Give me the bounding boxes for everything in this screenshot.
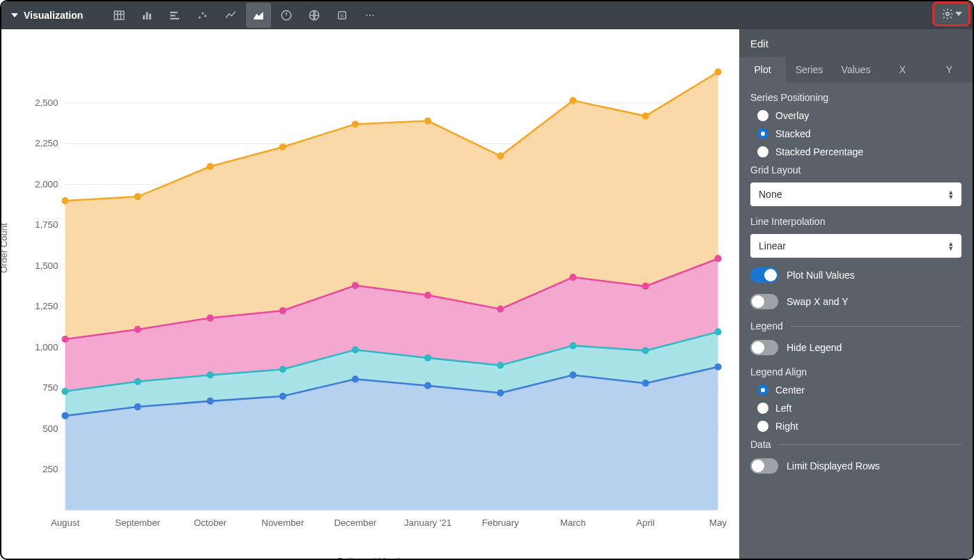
tab-plot[interactable]: Plot — [739, 57, 786, 82]
radio-icon — [757, 403, 768, 414]
svg-point-79 — [642, 283, 649, 290]
svg-point-18 — [366, 15, 368, 16]
tab-x[interactable]: X — [879, 57, 926, 82]
svg-point-55 — [352, 375, 359, 382]
swap-xy-label: Swap X and Y — [787, 296, 848, 307]
svg-point-69 — [642, 347, 649, 354]
map-icon[interactable] — [302, 3, 327, 28]
svg-rect-4 — [143, 15, 145, 20]
svg-point-90 — [715, 68, 722, 75]
svg-point-65 — [352, 346, 359, 353]
svg-point-19 — [369, 15, 371, 16]
svg-point-89 — [642, 112, 649, 119]
svg-point-88 — [569, 97, 576, 104]
svg-point-83 — [207, 163, 214, 170]
table-icon[interactable] — [107, 3, 132, 28]
svg-rect-6 — [149, 14, 151, 20]
svg-point-72 — [134, 326, 141, 333]
svg-point-52 — [134, 403, 141, 410]
radio-icon — [757, 384, 768, 396]
hide-legend-toggle[interactable] — [750, 340, 778, 355]
svg-point-82 — [134, 193, 141, 200]
svg-point-58 — [569, 371, 576, 378]
visualization-toolbar: Visualization 6 — [1, 1, 973, 29]
grid-layout-select[interactable]: None▴▾ — [750, 182, 961, 206]
svg-text:2,500: 2,500 — [35, 98, 58, 108]
svg-point-60 — [715, 364, 722, 371]
limit-rows-toggle[interactable] — [750, 458, 778, 474]
series-positioning-stacked[interactable]: Stacked — [750, 128, 961, 139]
svg-point-64 — [279, 366, 286, 373]
legend-section-label: Legend — [750, 320, 961, 332]
svg-text:October: October — [194, 518, 227, 528]
legend-align-left[interactable]: Left — [750, 403, 961, 414]
gauge-icon[interactable] — [274, 3, 299, 28]
svg-point-86 — [424, 117, 431, 124]
svg-text:August: August — [51, 518, 80, 528]
legend-align-center[interactable]: Center — [750, 384, 961, 396]
svg-text:September: September — [115, 518, 160, 528]
svg-text:April: April — [636, 518, 655, 528]
limit-rows-label: Limit Displayed Rows — [787, 460, 880, 472]
svg-text:500: 500 — [42, 423, 58, 434]
svg-text:2,000: 2,000 — [35, 179, 58, 189]
svg-text:1,250: 1,250 — [35, 301, 58, 311]
svg-text:750: 750 — [42, 382, 58, 393]
svg-rect-0 — [115, 11, 125, 20]
grid-layout-value: None — [759, 189, 782, 200]
svg-text:2,250: 2,250 — [35, 138, 58, 148]
area-chart-icon[interactable] — [246, 3, 271, 28]
svg-point-59 — [642, 380, 649, 387]
svg-text:February: February — [482, 518, 519, 528]
chart-area: Order Count 2505007501,0001,2501,5001,75… — [1, 29, 739, 559]
svg-point-80 — [715, 255, 722, 262]
tab-values[interactable]: Values — [833, 57, 879, 82]
x-axis-label: Delivered Month — [8, 556, 732, 560]
svg-point-78 — [569, 274, 576, 281]
series-positioning-option-label: Stacked Percentage — [775, 146, 863, 157]
svg-rect-9 — [171, 18, 180, 20]
visualization-title[interactable]: Visualization — [11, 10, 83, 21]
legend-align-option-label: Right — [775, 421, 798, 432]
svg-point-51 — [61, 412, 68, 419]
svg-point-87 — [497, 153, 504, 160]
updown-icon: ▴▾ — [949, 189, 953, 199]
edit-title: Edit — [750, 38, 768, 49]
series-positioning-stacked-percentage[interactable]: Stacked Percentage — [750, 146, 961, 157]
svg-point-91 — [945, 13, 949, 16]
legend-align-right[interactable]: Right — [750, 421, 961, 432]
tab-series[interactable]: Series — [786, 57, 833, 82]
swap-xy-toggle[interactable] — [750, 294, 778, 309]
radio-icon — [757, 110, 768, 121]
legend-align-label: Legend Align — [750, 366, 961, 378]
svg-point-75 — [352, 282, 359, 289]
svg-point-77 — [497, 306, 504, 313]
single-value-icon[interactable]: 6 — [330, 3, 355, 28]
legend-align-option-label: Center — [775, 384, 805, 396]
plot-null-values-toggle[interactable] — [750, 267, 778, 283]
edit-tabs: PlotSeriesValuesXY — [739, 57, 973, 82]
more-icon[interactable] — [357, 3, 382, 28]
tab-y[interactable]: Y — [926, 57, 973, 82]
svg-point-68 — [569, 342, 576, 349]
scatter-chart-icon[interactable] — [190, 3, 215, 28]
line-interpolation-label: Line Interpolation — [750, 216, 961, 227]
bar-chart-icon[interactable] — [162, 3, 187, 28]
svg-text:1,000: 1,000 — [35, 342, 58, 352]
svg-point-20 — [373, 15, 374, 16]
caret-down-icon — [955, 12, 962, 16]
column-chart-icon[interactable] — [134, 3, 160, 28]
svg-point-76 — [424, 292, 431, 299]
svg-point-10 — [199, 17, 201, 19]
line-interpolation-select[interactable]: Linear▴▾ — [750, 234, 961, 258]
series-positioning-overlay[interactable]: Overlay — [750, 110, 961, 121]
svg-point-56 — [424, 382, 431, 389]
line-chart-icon[interactable] — [218, 3, 243, 28]
svg-text:May: May — [709, 518, 727, 528]
series-positioning-label: Series Positioning — [750, 92, 961, 103]
settings-gear-button[interactable] — [932, 1, 971, 26]
svg-point-71 — [61, 336, 68, 343]
svg-point-62 — [134, 378, 141, 385]
svg-text:1,500: 1,500 — [35, 260, 58, 271]
series-positioning-option-label: Overlay — [775, 110, 809, 121]
